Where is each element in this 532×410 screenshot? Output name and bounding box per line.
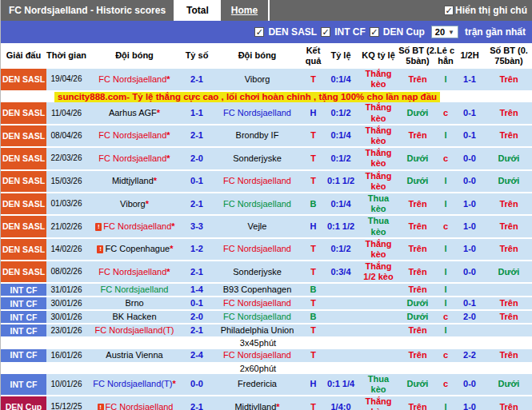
odd-even-flag: l — [444, 325, 446, 335]
match-row: DEN SASL15/03/26Midtjylland*0-1FC Nordsj… — [1, 170, 532, 193]
home-team-name: FC Nordsjaelland — [98, 130, 166, 140]
tab-home[interactable]: Home — [221, 0, 270, 21]
half-time-score: 1-0 — [463, 244, 476, 253]
over-under-0-75: Dưới — [498, 176, 520, 185]
home-team-name: FC Nordsjaelland(T) — [93, 379, 172, 388]
result-letter: H — [310, 221, 317, 231]
odd-even-flag: l — [444, 298, 446, 308]
home-team-cell: FC Nordsjaelland* — [86, 69, 182, 90]
over-under-2-5: Dưới — [407, 379, 429, 388]
checkbox-checked-icon[interactable]: ✓ — [321, 27, 330, 37]
odd-even-cell: c — [437, 147, 454, 169]
home-team-cell: FC Nordsjaelland* — [86, 147, 182, 169]
match-row: DEN SASL21/02/26!FC Nordsjaelland*3-3Vej… — [1, 215, 532, 237]
match-date: 22/03/26 — [46, 147, 86, 169]
half-score-cell: 1-1 — [454, 69, 485, 90]
home-advantage-star: * — [166, 267, 170, 277]
over-under-2-5-cell: Trên — [398, 238, 437, 261]
over-under-2-5: Trên — [408, 402, 426, 410]
odds-result-cell: Thắng kèo — [358, 69, 398, 90]
league-badge: DEN SASL — [1, 261, 46, 283]
filter-den-sasl[interactable]: ✓ DEN SASL — [254, 26, 317, 38]
result-cell: H — [303, 215, 323, 237]
match-date: 14/02/26 — [46, 238, 86, 261]
away-team-name: FC Nordsjaelland — [223, 244, 291, 253]
odds-cell: 0:1/4 — [323, 193, 358, 215]
full-time-score: 2-1 — [190, 267, 203, 277]
match-date: 30/01/26 — [46, 310, 86, 324]
home-team-cell: Austria Vienna — [86, 349, 182, 363]
handicap-result: Thắng kèo — [366, 148, 392, 168]
over-under-2-5: Trên — [408, 244, 426, 253]
over-under-2-5: Trên — [408, 74, 426, 84]
odds-result-cell — [358, 283, 398, 297]
handicap-odds: 0:3/4 — [330, 267, 350, 277]
odd-even-flag: l — [444, 199, 446, 209]
score-cell: 2-1 — [182, 69, 211, 90]
half-score-cell: 0-0 — [454, 147, 485, 169]
handicap-odds: 1/4:0 — [330, 402, 350, 410]
odds-result-cell: Thắng kèo — [358, 170, 398, 193]
match-row: INT CF10/01/26FC Nordsjaelland(T)*0-0Fre… — [1, 374, 532, 396]
home-advantage-star: * — [157, 108, 160, 117]
full-time-score: 2-1 — [190, 325, 203, 335]
half-score-cell — [454, 283, 485, 297]
over-under-2-5-cell: Trên — [398, 125, 437, 147]
odds-result-cell — [358, 324, 398, 337]
home-team-name: FC Nordsjaelland — [98, 74, 166, 84]
over-under-0-75: Trên — [499, 221, 518, 231]
result-letter: B — [310, 285, 317, 294]
recent-count-select[interactable]: 20 ▼ — [431, 26, 458, 38]
odd-even-cell: l — [437, 283, 454, 297]
note-cell: 3x45phút — [1, 337, 532, 348]
tab-total[interactable]: Total — [176, 0, 221, 21]
odds-cell — [323, 324, 358, 337]
filter-den-cup[interactable]: ✓ DEN Cup — [370, 26, 425, 38]
over-under-2-5-cell: Trên — [398, 349, 437, 363]
over-under-2-5-cell: Trên — [398, 215, 437, 237]
home-team-cell: Aarhus AGF* — [86, 102, 182, 124]
column-header-11: Số BT (0. 75bàn) — [485, 43, 532, 69]
odds-cell: 1/4:0 — [323, 396, 358, 410]
over-under-0-75-cell: Dưới — [485, 261, 532, 283]
note-cell: 2x60phút — [1, 363, 532, 374]
odds-cell — [323, 349, 358, 363]
league-badge: INT CF — [1, 283, 46, 297]
odds-result-cell — [358, 310, 398, 324]
historic-scores-table: Giải đấuThời gianĐội bóngTỷ sốĐội bóngKế… — [1, 43, 532, 410]
full-time-score: 1-4 — [190, 285, 203, 294]
result-letter: H — [310, 379, 317, 388]
away-team-cell: B93 Copenhagen — [211, 283, 303, 297]
odds-cell: 0:1/2 — [323, 238, 358, 261]
odd-even-flag: l — [444, 267, 446, 277]
checkbox-checked-icon[interactable]: ✓ — [254, 27, 264, 37]
odd-even-flag: c — [443, 350, 448, 360]
result-cell: B — [303, 193, 323, 215]
filter-int-cf[interactable]: ✓ INT CF — [321, 26, 366, 38]
checkbox-checked-icon[interactable]: ✓ — [370, 27, 379, 37]
over-under-2-5: Dưới — [407, 312, 429, 321]
home-team-name: Brno — [125, 298, 143, 308]
home-team-cell: FC Nordsjaelland* — [86, 125, 182, 147]
home-team-name: FC Nordsjaelland(T) — [94, 325, 174, 335]
show-notes-toggle[interactable]: ✓ Hiển thị ghi chú — [444, 0, 532, 21]
match-date: 15/12/25 — [46, 396, 86, 410]
half-time-score: 0-1 — [463, 108, 476, 117]
score-cell: 2-1 — [182, 261, 211, 283]
score-cell: 2-1 — [182, 125, 211, 147]
over-under-0-75: Trên — [499, 108, 518, 117]
ad-link[interactable]: suncity888.com- Tỷ lệ thắng cực cao , lố… — [54, 92, 440, 103]
over-under-2-5-cell: Trên — [398, 193, 437, 215]
away-team-name: FC Nordsjaelland — [223, 199, 291, 209]
away-team-cell: FC Nordsjaelland — [211, 102, 303, 124]
result-letter: T — [310, 176, 316, 185]
home-team-name: FC Nordsjaelland — [101, 285, 169, 294]
over-under-0-75: Trên — [499, 74, 518, 84]
odds-cell: 0:1 1/2 — [323, 215, 358, 237]
column-header-2: Đội bóng — [86, 43, 182, 69]
checkbox-checked-icon[interactable]: ✓ — [444, 6, 454, 15]
over-under-0-75-cell: Dưới — [485, 170, 532, 193]
full-time-score: 2-4 — [190, 350, 203, 360]
full-time-score: 2-1 — [190, 74, 203, 84]
handicap-odds: 0:1 1/2 — [327, 221, 354, 231]
